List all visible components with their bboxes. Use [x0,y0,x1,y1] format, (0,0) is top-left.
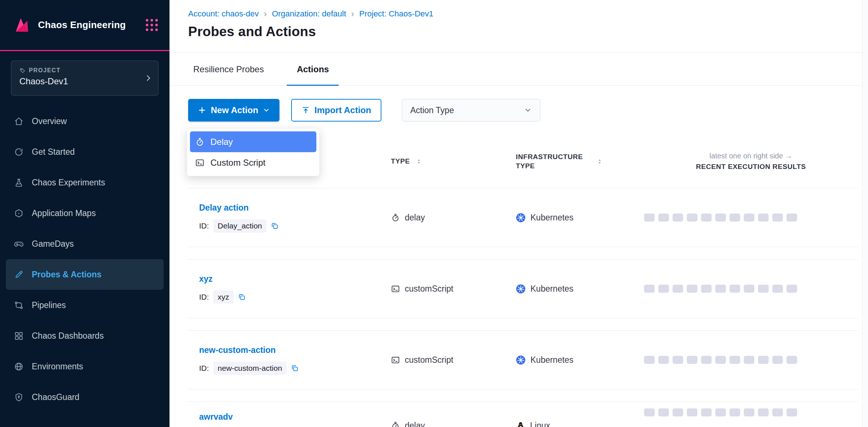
sidebar-item-probes-and-actions[interactable]: Probes & Actions [6,259,164,290]
breadcrumb-organization-link[interactable]: Organization: default [272,9,346,19]
execution-result-placeholder [644,285,655,293]
environments-icon [14,362,24,372]
sidebar-item-get-started[interactable]: Get Started [0,136,170,167]
table-header-recent-results: latest one on right side → RECENT EXECUT… [644,152,858,171]
kubernetes-icon [516,284,526,294]
recent-execution-results [644,285,858,293]
action-id-chip: xyz [213,291,234,304]
execution-result-placeholder [730,408,740,416]
menu-item-label: Delay [210,137,233,147]
execution-result-placeholder [644,408,655,416]
toolbar: New Action Import Action Action Type [188,99,858,122]
chevron-down-icon [263,107,270,114]
tab-resilience-probes[interactable]: Resilience Probes [177,53,280,85]
type-cell: delay [391,402,516,427]
brand-title: Chaos Engineering [38,19,146,31]
terminal-icon [391,355,400,365]
sidebar-item-label: Get Started [32,147,75,157]
sidebar-item-label: GameDays [32,239,74,249]
stopwatch-icon [195,137,205,147]
execution-result-placeholder [715,408,726,416]
project-label: PROJECT [29,67,61,74]
flask-icon [14,178,24,188]
breadcrumb-project-link[interactable]: Project: Chaos-Dev1 [359,9,433,19]
project-selector[interactable]: PROJECT Chaos-Dev1 [11,61,159,96]
new-action-menu: Delay Custom Script [187,128,320,176]
action-type-select[interactable]: Action Type [402,99,540,122]
progress-circle-icon [14,147,24,157]
sidebar-item-application-maps[interactable]: Application Maps [0,198,170,228]
import-upload-icon [301,106,310,115]
chevron-down-icon [524,106,532,114]
infrastructure-cell: Kubernetes [516,284,644,294]
infrastructure-value: Kubernetes [530,355,574,365]
execution-result-placeholder [787,214,797,222]
copy-icon[interactable] [238,293,246,301]
action-name-link[interactable]: xyz [199,274,391,284]
name-cell: new-custom-action ID: new-custom-action [199,345,391,375]
gamepad-icon [14,239,24,249]
action-id-row: ID: Delay_action [199,219,391,232]
copy-icon[interactable] [291,364,299,372]
infrastructure-cell: Kubernetes [516,213,644,223]
recent-results-note: latest one on right side → [709,152,792,160]
import-action-button[interactable]: Import Action [291,99,381,122]
tab-actions[interactable]: Actions [280,53,345,85]
action-name-link[interactable]: new-custom-action [199,345,391,355]
sidebar-item-overview[interactable]: Overview [0,106,170,136]
action-id-row: ID: xyz [199,291,391,304]
action-id-chip: new-custom-action [213,362,286,375]
execution-result-placeholder [673,356,683,364]
probe-pen-icon [14,270,24,280]
sidebar-item-gamedays[interactable]: GameDays [0,228,170,259]
sidebar-item-pipelines[interactable]: Pipelines [0,290,170,320]
execution-result-placeholder [658,356,669,364]
sidebar-item-chaosguard[interactable]: ChaosGuard [0,382,170,412]
execution-result-placeholder [772,214,783,222]
sidebar: Chaos Engineering PROJECT Chaos-Dev1 [0,0,170,427]
execution-result-placeholder [758,356,769,364]
action-name-link[interactable]: Delay action [199,203,391,213]
execution-result-placeholder [673,214,683,222]
recent-execution-results [644,402,858,416]
sidebar-item-environments[interactable]: Environments [0,351,170,382]
module-switcher-icon[interactable] [146,19,158,31]
action-row-awrvadv: awrvadv delay Linux [187,401,858,427]
name-cell: awrvadv [199,402,391,422]
execution-result-placeholder [772,408,783,416]
type-cell: customScript [391,284,516,294]
stopwatch-icon [391,421,400,427]
type-value: customScript [405,355,453,365]
brand-header: Chaos Engineering [0,0,170,51]
menu-item-delay[interactable]: Delay [190,131,316,152]
type-value: delay [405,421,425,427]
action-name-link[interactable]: awrvadv [199,412,391,422]
vertical-scrollbar[interactable] [862,0,868,427]
copy-icon[interactable] [271,222,279,230]
action-type-value: Action Type [410,105,454,115]
breadcrumb: Account: chaos-dev › Organization: defau… [188,9,868,19]
stopwatch-icon [391,213,400,222]
sidebar-item-chaos-experiments[interactable]: Chaos Experiments [0,167,170,198]
recent-execution-results [644,356,858,364]
sort-icon[interactable] [597,158,603,165]
action-id-chip: Delay_action [213,219,266,232]
execution-result-placeholder [758,285,769,293]
action-row-new-custom-action: new-custom-action ID: new-custom-action … [187,330,858,389]
execution-result-placeholder [715,356,726,364]
dashboard-grid-icon [14,331,24,341]
id-label: ID: [199,364,209,373]
execution-result-placeholder [730,214,740,222]
sort-icon[interactable] [416,158,422,165]
new-action-button[interactable]: New Action [188,99,279,122]
type-cell: delay [391,213,516,223]
execution-result-placeholder [673,285,683,293]
execution-result-placeholder [744,214,754,222]
execution-result-placeholder [701,356,712,364]
menu-item-custom-script[interactable]: Custom Script [190,152,316,173]
sidebar-item-chaos-dashboards[interactable]: Chaos Dashboards [0,320,170,351]
menu-item-label: Custom Script [210,158,266,168]
execution-result-placeholder [658,285,669,293]
execution-result-placeholder [687,356,697,364]
breadcrumb-account-link[interactable]: Account: chaos-dev [188,9,259,19]
